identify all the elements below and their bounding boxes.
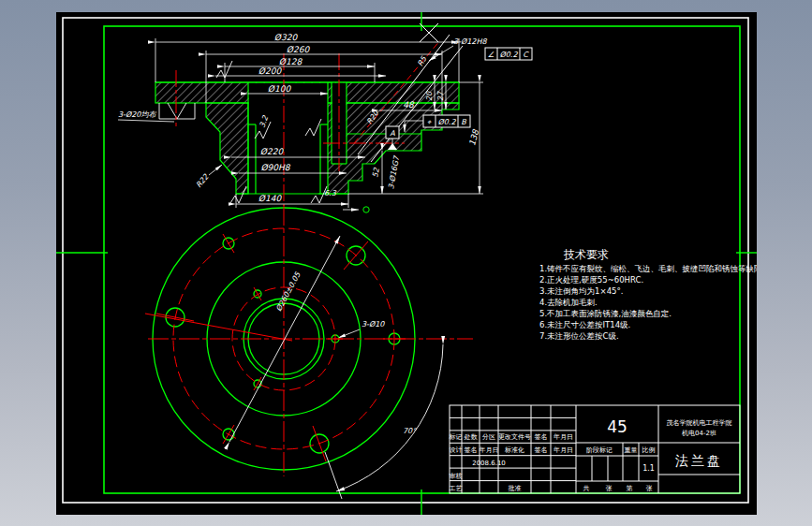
svg-text:签名: 签名	[535, 446, 548, 454]
svg-text:张: 张	[646, 485, 653, 492]
class-name: 机电04-2班	[682, 430, 716, 437]
scale-value: 1.1	[642, 464, 655, 473]
dim-d128: Ø128	[279, 57, 303, 66]
dim-d260: Ø260	[287, 45, 311, 54]
gdt-angularity-symbol: ∠	[487, 51, 494, 59]
svg-text:3.未注倒角均为1×45°.: 3.未注倒角均为1×45°.	[539, 286, 623, 296]
svg-text:5.不加工表面涂防锈漆,油漆颜色自定.: 5.不加工表面涂防锈漆,油漆颜色自定.	[539, 309, 672, 318]
audit-label: 审核	[450, 473, 463, 480]
dim-20: 20	[425, 91, 434, 101]
svg-text:年月日: 年月日	[554, 446, 573, 454]
title-block: 标记 处数 分区 更改文件号 签名 年月日 设计 签名 年月日 标准化 签名 年…	[449, 405, 741, 493]
dim-48: 48	[403, 100, 415, 110]
svg-text:签名: 签名	[465, 446, 478, 454]
svg-text:年月日: 年月日	[480, 446, 499, 454]
weight-label: 重量	[625, 446, 638, 454]
svg-text:处数: 处数	[465, 433, 479, 441]
left-wall-hatch	[206, 103, 248, 194]
svg-text:6.未注尺寸公差按IT14级.: 6.未注尺寸公差按IT14级.	[539, 320, 630, 329]
stage-label: 阶段标记	[586, 446, 613, 454]
svg-text:年月日: 年月日	[554, 433, 573, 441]
front-view: Ø260±0.05 3-Ø10 70°	[145, 205, 473, 499]
svg-text:Ø0.2: Ø0.2	[437, 118, 456, 126]
roughness-63: 6.3	[324, 189, 337, 197]
svg-text:共: 共	[583, 485, 590, 492]
material-grade: 45	[607, 417, 627, 436]
front-centerlines	[145, 205, 473, 476]
dim-d90h8: Ø90H8	[260, 163, 290, 172]
dim-138: 138	[467, 127, 480, 146]
dim-3d20: 3-Ø20均布	[118, 110, 156, 119]
datum-a-label: A	[390, 129, 395, 138]
svg-text:4.去除机加毛刺.: 4.去除机加毛刺.	[539, 298, 598, 307]
datum-target-circle	[363, 207, 369, 212]
tech-requirements: 技术要求 1.铸件不应有裂纹、缩松、飞边、毛刺、披缝凹陷和锈蚀等缺陷. 2.正火…	[539, 248, 757, 341]
drawing-canvas[interactable]: Ø320 Ø260 Ø128 Ø200 Ø100 Ø220 Ø90H8 Ø140…	[56, 12, 757, 515]
svg-text:2.正火处理,硬度55~60HRC.: 2.正火处理,硬度55~60HRC.	[539, 275, 643, 285]
bore-cavity	[249, 83, 329, 194]
svg-text:分区: 分区	[481, 433, 495, 441]
dim-3d16g7: 3-Ø16G7	[387, 154, 401, 190]
part-name: 法兰盘	[675, 453, 723, 468]
dim-d140: Ø140	[258, 194, 283, 203]
dim-d320: Ø320	[274, 33, 299, 42]
gdt-angularity-frame: ∠ Ø0.2 C	[485, 48, 532, 60]
svg-text:7.未注形位公差按C级.: 7.未注形位公差按C级.	[539, 331, 619, 341]
dim-d100: Ø100	[268, 84, 292, 94]
flange-hole-profile	[159, 103, 195, 119]
svg-text:B: B	[461, 118, 466, 126]
dim-d200: Ø200	[258, 66, 283, 76]
tech-requirements-title: 技术要求	[563, 248, 609, 261]
design-date: 2008.6.10	[472, 460, 506, 467]
svg-text:第: 第	[627, 485, 633, 492]
flange-drawing: Ø320 Ø260 Ø128 Ø200 Ø100 Ø220 Ø90H8 Ø140…	[56, 12, 757, 515]
svg-text:1.铸件不应有裂纹、缩松、飞边、毛刺、披缝凹陷和锈蚀等缺陷.: 1.铸件不应有裂纹、缩松、飞边、毛刺、披缝凹陷和锈蚀等缺陷.	[539, 264, 757, 273]
school-name: 茂名学院机电工程学院	[667, 419, 732, 427]
dim-r22: R22	[195, 172, 212, 190]
cad-application-background: Ø320 Ø260 Ø128 Ø200 Ø100 Ø220 Ø90H8 Ø140…	[0, 0, 812, 526]
svg-text:Ø0.2: Ø0.2	[499, 51, 518, 59]
svg-text:张: 张	[606, 485, 613, 492]
dim-3d12h8: 3-Ø12H8	[453, 37, 487, 46]
dim-d220: Ø220	[260, 147, 285, 156]
dim-70deg: 70°	[403, 427, 417, 435]
process-label: 工艺	[450, 485, 463, 492]
scale-label: 比例	[642, 446, 656, 454]
svg-text:标记: 标记	[449, 433, 463, 441]
approve-label: 批准	[509, 485, 522, 492]
designer-label: 设计	[450, 446, 463, 454]
dim-52: 52	[371, 167, 381, 178]
svg-text:签名: 签名	[535, 433, 548, 441]
dim-3d10: 3-Ø10	[362, 320, 385, 329]
dim-27: 27	[436, 91, 445, 101]
svg-text:标准化: 标准化	[504, 446, 524, 454]
svg-text:更改文件号: 更改文件号	[498, 432, 531, 441]
